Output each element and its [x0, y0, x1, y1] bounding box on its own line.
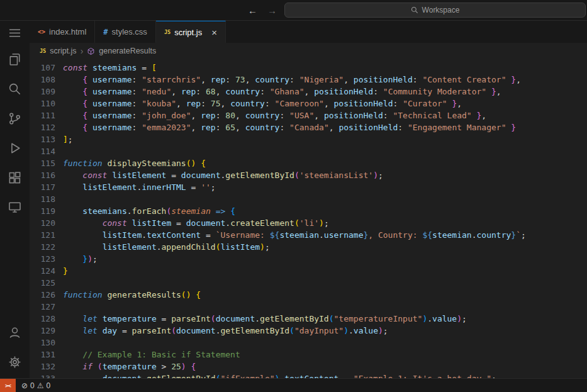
tab-label: index.html — [49, 27, 86, 36]
code-line-110[interactable]: { username: "kouba", rep: 75, country: "… — [63, 98, 587, 109]
menu-button[interactable] — [0, 21, 30, 45]
code-line-118[interactable] — [63, 193, 587, 205]
error-count: 0 — [30, 381, 35, 390]
code-line-109[interactable]: { username: "nedu", rep: 68, country: "G… — [63, 86, 587, 98]
line-number-121[interactable]: 121 — [30, 229, 63, 241]
settings-button[interactable] — [0, 347, 30, 377]
line-number-114[interactable]: 114 — [30, 145, 63, 157]
code-editor[interactable]: 1071081091101111121131141151161171181191… — [30, 59, 587, 378]
line-number-gutter: 1071081091101111121131141151161171181191… — [30, 59, 63, 378]
code-line-114[interactable] — [63, 145, 587, 157]
code-line-115[interactable]: function displaySteemians() { — [63, 157, 587, 169]
line-number-117[interactable]: 117 — [30, 181, 63, 193]
line-number-118[interactable]: 118 — [30, 193, 63, 205]
sidebar-item-remote-explorer[interactable] — [0, 193, 30, 222]
code-line-122[interactable]: listElement.appendChild(listItem); — [63, 241, 587, 253]
main-row: <> index.html # styles.css JS script.js … — [0, 21, 587, 378]
tab-bar: <> index.html # styles.css JS script.js … — [30, 21, 587, 43]
tab-label: script.js — [174, 28, 202, 37]
line-number-131[interactable]: 131 — [30, 349, 63, 361]
sidebar-item-explorer[interactable] — [0, 45, 30, 74]
remote-explorer-icon — [8, 201, 21, 214]
workspace-search-box[interactable]: Workspace — [284, 3, 586, 18]
symbol-method-icon — [87, 47, 95, 55]
code-line-107[interactable]: const steemians = [ — [63, 62, 587, 74]
line-number-115[interactable]: 115 — [30, 157, 63, 169]
code-line-132[interactable]: if (temperature > 25) { — [63, 361, 587, 372]
code-line-117[interactable]: listElement.innerHTML = ''; — [63, 181, 587, 193]
line-number-127[interactable]: 127 — [30, 301, 63, 313]
css-file-icon: # — [103, 28, 108, 36]
line-number-129[interactable]: 129 — [30, 325, 63, 337]
line-number-125[interactable]: 125 — [30, 277, 63, 289]
code-line-116[interactable]: const listElement = document.getElementB… — [63, 169, 587, 181]
search-icon — [411, 6, 418, 14]
explorer-icon — [8, 53, 21, 66]
tab-styles-css[interactable]: # styles.css — [95, 21, 156, 43]
code-line-129[interactable]: let day = parseInt(document.getElementBy… — [63, 325, 587, 337]
code-line-108[interactable]: { username: "starrchris", rep: 73, count… — [63, 74, 587, 86]
code-line-130[interactable] — [63, 337, 587, 349]
code-line-126[interactable]: function generateResults() { — [63, 289, 587, 301]
line-number-107[interactable]: 107 — [30, 62, 63, 74]
vscode-window: ← → Workspace — [0, 0, 587, 392]
line-number-109[interactable]: 109 — [30, 86, 63, 98]
line-number-130[interactable]: 130 — [30, 337, 63, 349]
line-number-110[interactable]: 110 — [30, 98, 63, 109]
code-line-119[interactable]: steemians.forEach(steemian => { — [63, 205, 587, 217]
line-number-116[interactable]: 116 — [30, 169, 63, 181]
breadcrumb-symbol[interactable]: generateResults — [99, 47, 156, 55]
breadcrumb-file[interactable]: script.js — [50, 47, 76, 55]
close-tab-button[interactable]: × — [211, 28, 217, 37]
sidebar-item-run-debug[interactable] — [0, 133, 30, 163]
code-area[interactable]: const steemians = [ { username: "starrch… — [63, 59, 587, 378]
gear-icon — [8, 356, 21, 369]
tab-index-html[interactable]: <> index.html — [30, 21, 95, 43]
line-number-124[interactable]: 124 — [30, 265, 63, 277]
activity-bar-bottom — [0, 318, 30, 377]
code-line-121[interactable]: listItem.textContent = `Username: ${stee… — [63, 229, 587, 241]
sidebar-item-source-control[interactable] — [0, 104, 30, 133]
code-line-123[interactable]: }); — [63, 253, 587, 265]
line-number-108[interactable]: 108 — [30, 74, 63, 86]
tab-label: styles.css — [112, 27, 147, 36]
remote-icon: >< — [5, 383, 11, 389]
js-file-icon: JS — [164, 30, 171, 35]
line-number-132[interactable]: 132 — [30, 361, 63, 372]
extensions-icon — [8, 171, 21, 184]
remote-indicator[interactable]: >< — [0, 379, 16, 392]
code-line-111[interactable]: { username: "john_doe", rep: 80, country… — [63, 109, 587, 121]
code-line-131[interactable]: // Example 1: Basic if Statement — [63, 349, 587, 361]
breadcrumb: JS script.js › generateResults — [30, 43, 587, 59]
sidebar-item-search[interactable] — [0, 74, 30, 104]
line-number-123[interactable]: 123 — [30, 253, 63, 265]
line-number-111[interactable]: 111 — [30, 109, 63, 121]
back-arrow-button[interactable]: ← — [248, 6, 257, 15]
line-number-113[interactable]: 113 — [30, 133, 63, 145]
sidebar-item-extensions[interactable] — [0, 163, 30, 193]
code-line-112[interactable]: { username: "emma2023", rep: 65, country… — [63, 121, 587, 133]
code-line-128[interactable]: let temperature = parseInt(document.getE… — [63, 313, 587, 325]
line-number-126[interactable]: 126 — [30, 289, 63, 301]
search-icon — [8, 82, 21, 96]
tab-script-js[interactable]: JS script.js × — [156, 21, 226, 43]
code-line-127[interactable] — [63, 301, 587, 313]
code-line-125[interactable] — [63, 277, 587, 289]
code-line-124[interactable]: } — [63, 265, 587, 277]
error-icon: ⊘ — [21, 382, 28, 389]
line-number-120[interactable]: 120 — [30, 217, 63, 229]
code-line-113[interactable]: ]; — [63, 133, 587, 145]
line-number-119[interactable]: 119 — [30, 205, 63, 217]
code-line-120[interactable]: const listItem = document.createElement(… — [63, 217, 587, 229]
line-number-133[interactable]: 133 — [30, 372, 63, 378]
problems-status[interactable]: ⊘ 0 ⚠ 0 — [16, 381, 56, 390]
line-number-122[interactable]: 122 — [30, 241, 63, 253]
line-number-128[interactable]: 128 — [30, 313, 63, 325]
run-debug-icon — [8, 142, 21, 155]
forward-arrow-button[interactable]: → — [267, 6, 277, 15]
line-number-112[interactable]: 112 — [30, 121, 63, 133]
activity-bar — [0, 21, 30, 378]
account-button[interactable] — [0, 318, 30, 347]
code-line-133[interactable]: document.getElementById("ifExample").tex… — [63, 372, 587, 378]
account-icon — [8, 326, 21, 339]
